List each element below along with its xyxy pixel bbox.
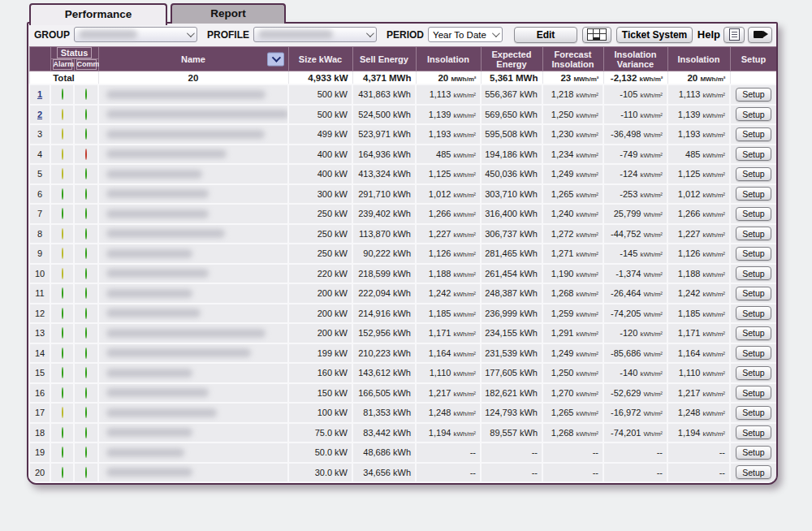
comm-status-cell xyxy=(74,164,98,184)
unit-label: Wh/m² xyxy=(643,271,663,278)
insolation-cell: 1,113 kWh/m² xyxy=(416,84,481,105)
setup-button[interactable]: Setup xyxy=(736,425,771,439)
unit-label: kWh/m² xyxy=(640,112,663,119)
insolation2-cell: 1,217 kWh/m² xyxy=(667,383,730,404)
redacted-plant-name xyxy=(106,189,209,198)
unit-label: kWh/m² xyxy=(453,330,476,338)
group-select[interactable] xyxy=(74,27,197,42)
setup-button[interactable]: Setup xyxy=(736,147,771,161)
setup-button[interactable]: Setup xyxy=(736,346,771,360)
help-video-button[interactable] xyxy=(748,27,772,43)
expected-energy-cell: -- xyxy=(481,463,542,483)
plant-name-cell xyxy=(98,105,288,125)
plant-link[interactable]: 2 xyxy=(37,110,42,119)
setup-button[interactable]: Setup xyxy=(736,187,771,201)
setup-button[interactable]: Setup xyxy=(736,326,771,340)
setup-button[interactable]: Setup xyxy=(736,207,771,221)
alarm-status-light-green xyxy=(62,467,63,478)
unit-label: kWh/m² xyxy=(576,291,598,298)
setup-cell: Setup xyxy=(730,463,777,483)
setup-button[interactable]: Setup xyxy=(736,287,771,300)
setup-button[interactable]: Setup xyxy=(736,107,771,121)
insolation-variance-cell-value: -120 xyxy=(620,328,637,338)
setup-button[interactable]: Setup xyxy=(736,386,771,399)
plant-link[interactable]: 1 xyxy=(37,89,42,99)
redacted-plant-name xyxy=(106,229,225,238)
forecast-insolation-header: Forecast Insolation xyxy=(542,47,603,71)
unit-label: kWh/m² xyxy=(702,92,725,99)
setup-header: Setup xyxy=(730,47,777,71)
alarm-status-light-yellow xyxy=(62,407,63,418)
setup-button[interactable]: Setup xyxy=(736,167,771,181)
total-sell: 4,371 MWh xyxy=(352,71,416,85)
forecast-insolation-cell: 1,249 kWh/m² xyxy=(542,343,603,364)
redacted-plant-name xyxy=(106,388,209,397)
plant-name-cell xyxy=(98,283,288,304)
setup-button[interactable]: Setup xyxy=(736,127,771,141)
insolation-cell-value: 1,113 xyxy=(430,89,451,99)
edit-button[interactable]: Edit xyxy=(514,27,577,43)
comm-status-cell xyxy=(74,145,98,165)
size-cell: 75.0 kW xyxy=(288,423,352,443)
setup-button[interactable]: Setup xyxy=(736,266,771,280)
redacted-group-value xyxy=(79,30,137,39)
setup-button[interactable]: Setup xyxy=(736,306,771,320)
setup-button[interactable]: Setup xyxy=(736,88,771,101)
tab-performance[interactable]: Performance xyxy=(29,3,167,25)
comm-status-cell xyxy=(74,184,98,205)
setup-button[interactable]: Setup xyxy=(736,227,771,240)
grid-view-button[interactable] xyxy=(582,27,611,43)
setup-button[interactable]: Setup xyxy=(736,247,771,261)
comm-status-cell xyxy=(74,224,98,244)
expected-energy-cell: 89,557 kWh xyxy=(481,423,542,443)
forecast-insolation-cell: -- xyxy=(542,463,603,483)
alarm-status-cell xyxy=(50,84,74,105)
status-header: Status xyxy=(50,47,98,59)
row-number-cell: 3 xyxy=(29,124,50,145)
insolation-variance-cell-value: -26,464 xyxy=(611,288,641,298)
expand-all-header[interactable] xyxy=(29,47,50,71)
forecast-insolation-cell-value: 1,268 xyxy=(551,428,574,438)
plant-name-cell xyxy=(98,363,288,383)
comm-status-cell xyxy=(74,442,98,463)
profile-select[interactable] xyxy=(253,27,377,42)
insolation-cell: -- xyxy=(416,463,481,483)
setup-button[interactable]: Setup xyxy=(736,465,771,479)
forecast-insolation-cell-value: 1,249 xyxy=(551,348,574,358)
setup-cell: Setup xyxy=(730,323,777,343)
forecast-insolation-cell-value: 1,265 xyxy=(551,408,574,417)
insolation-variance-cell: -- xyxy=(603,442,667,463)
chevron-down-icon xyxy=(187,29,195,37)
unit-label: kWh/m² xyxy=(640,192,663,199)
unit-label: kWh/m² xyxy=(702,152,725,159)
table-row: 10220 kW218,599 kWh1,188 kWh/m²261,454 k… xyxy=(29,264,777,284)
forecast-insolation-cell-value: 1,249 xyxy=(551,169,574,179)
setup-button[interactable]: Setup xyxy=(736,446,771,460)
redacted-plant-name xyxy=(106,329,266,338)
forecast-insolation-cell-value: 1,270 xyxy=(551,388,574,398)
insolation-cell: 1,266 kWh/m² xyxy=(416,204,481,224)
insolation2-cell-value: 1,217 xyxy=(678,388,701,398)
setup-button[interactable]: Setup xyxy=(736,406,771,420)
sell-energy-cell: 431,863 kWh xyxy=(352,84,416,105)
setup-cell: Setup xyxy=(730,403,777,423)
unit-label: kWh/m² xyxy=(453,391,476,398)
forecast-insolation-cell-value: -- xyxy=(593,468,598,477)
name-sort-button[interactable] xyxy=(267,52,284,66)
setup-cell: Setup xyxy=(730,224,777,244)
period-select[interactable]: Year To Date xyxy=(428,27,503,42)
redacted-plant-name xyxy=(106,249,192,258)
forecast-insolation-cell-value: 1,234 xyxy=(551,149,574,159)
help-document-button[interactable] xyxy=(723,27,745,43)
plant-name-cell xyxy=(98,442,288,463)
redacted-plant-name xyxy=(106,90,266,99)
insolation2-cell: 1,248 kWh/m² xyxy=(667,403,730,423)
insolation-cell: 1,188 kWh/m² xyxy=(416,264,481,284)
unit-label: kWh/m² xyxy=(702,112,725,119)
tab-report[interactable]: Report xyxy=(171,3,286,24)
forecast-insolation-cell-value: 1,272 xyxy=(551,229,574,239)
insolation-variance-cell: -85,686 Wh/m² xyxy=(603,343,667,364)
insolation-cell-value: 1,248 xyxy=(429,408,451,417)
ticket-system-button[interactable]: Ticket System xyxy=(616,27,693,43)
setup-button[interactable]: Setup xyxy=(736,366,771,380)
